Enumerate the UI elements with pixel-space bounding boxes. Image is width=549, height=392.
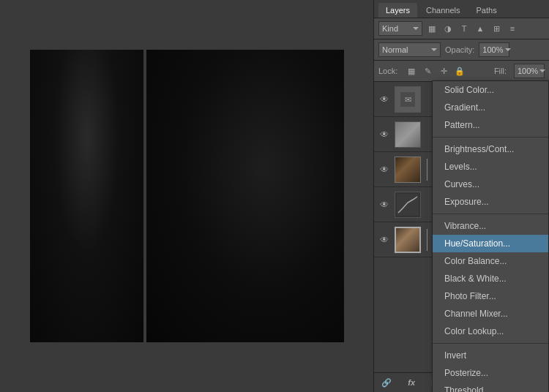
opacity-chevron-icon <box>505 48 511 51</box>
fx-icon[interactable]: fx <box>405 376 418 389</box>
adjustment-dropdown-menu: Solid Color... Gradient... Pattern... Br… <box>432 80 549 392</box>
svg-text:✉: ✉ <box>405 95 411 104</box>
adjust-icon[interactable]: ◑ <box>441 22 455 35</box>
layer-thumbnail <box>395 121 421 148</box>
smart-icon[interactable]: ⊞ <box>490 22 503 35</box>
menu-divider-2 <box>433 214 548 214</box>
tab-channels[interactable]: Channels <box>419 3 467 18</box>
link-icon[interactable]: 🔗 <box>380 376 393 389</box>
lock-pixels-icon[interactable]: ✎ <box>421 64 434 78</box>
shape-icon[interactable]: ▲ <box>474 22 487 35</box>
layer-thumbnail <box>395 157 421 183</box>
menu-item-photo-filter[interactable]: Photo Filter... <box>433 287 548 305</box>
tab-layers[interactable]: Layers <box>378 3 417 18</box>
blend-mode-label: Normal <box>382 45 408 54</box>
canvas-image-left <box>30 50 143 342</box>
menu-item-levels[interactable]: Levels... <box>433 158 548 176</box>
eye-icon[interactable]: 👁 <box>378 164 390 176</box>
menu-item-color-balance[interactable]: Color Balance... <box>433 252 548 270</box>
fill-chevron-icon <box>539 69 545 72</box>
menu-item-curves[interactable]: Curves... <box>433 176 548 193</box>
panel-controls-row: Kind ▦ ◑ T ▲ ⊞ ≡ <box>374 18 549 39</box>
menu-divider-1 <box>433 137 548 137</box>
menu-divider-3 <box>433 343 548 344</box>
kind-label: Kind <box>382 24 398 33</box>
menu-item-invert[interactable]: Invert <box>433 347 548 364</box>
menu-item-gradient[interactable]: Gradient... <box>433 99 548 116</box>
lock-label: Lock: <box>378 67 397 75</box>
eye-icon[interactable]: 👁 <box>378 129 390 140</box>
eye-icon[interactable]: 👁 <box>378 94 390 105</box>
canvas-area <box>0 0 373 392</box>
lock-icons: ▦ ✎ ✛ 🔒 <box>405 64 487 78</box>
menu-item-threshold[interactable]: Threshold... <box>433 382 548 392</box>
opacity-value-text: 100% <box>482 45 503 54</box>
menu-item-vibrance[interactable]: Vibrance... <box>433 217 548 235</box>
type-icon[interactable]: T <box>458 22 471 35</box>
adjustment-thumb-icon: ✉ <box>399 91 417 108</box>
canvas-wrapper <box>15 35 359 357</box>
menu-item-pattern[interactable]: Pattern... <box>433 116 548 134</box>
fill-input[interactable]: 100% <box>514 64 545 78</box>
menu-item-hue-saturation[interactable]: Hue/Saturation... <box>433 235 548 252</box>
fill-value-text: 100% <box>518 67 538 75</box>
svg-rect-2 <box>397 194 419 216</box>
opacity-input[interactable]: 100% <box>479 42 509 57</box>
layer-thumbnail: ✉ <box>395 86 421 113</box>
pixel-filter-icon[interactable]: ▦ <box>425 22 438 35</box>
kind-dropdown[interactable]: Kind <box>378 21 422 36</box>
panel-tabs: Layers Channels Paths <box>374 0 549 18</box>
menu-item-channel-mixer[interactable]: Channel Mixer... <box>433 305 548 323</box>
tab-paths[interactable]: Paths <box>469 3 504 18</box>
kind-chevron-icon <box>413 27 419 30</box>
menu-item-solid-color[interactable]: Solid Color... <box>433 81 548 99</box>
lock-row: Lock: ▦ ✎ ✛ 🔒 Fill: 100% <box>374 61 549 82</box>
blend-chevron-icon <box>431 48 437 51</box>
lock-position-icon[interactable]: ✛ <box>437 64 450 78</box>
lock-transparent-icon[interactable]: ▦ <box>405 64 418 78</box>
canvas-image-main <box>146 50 344 342</box>
layer-thumbnail <box>395 192 421 218</box>
menu-item-brightness[interactable]: Brightness/Cont... <box>433 140 548 158</box>
menu-item-black-white[interactable]: Black & White... <box>433 270 548 287</box>
layer-thumbnail <box>395 227 421 253</box>
more-icon[interactable]: ≡ <box>506 22 519 35</box>
layer-chain-icon <box>427 229 427 251</box>
blend-mode-dropdown[interactable]: Normal <box>378 42 441 57</box>
layer-chain-icon <box>427 159 427 181</box>
lock-all-icon[interactable]: 🔒 <box>453 64 466 78</box>
curves-thumb-icon <box>397 194 419 216</box>
eye-icon[interactable]: 👁 <box>378 199 390 211</box>
eye-icon[interactable]: 👁 <box>378 234 390 246</box>
menu-item-posterize[interactable]: Posterize... <box>433 364 548 382</box>
fill-label: Fill: <box>494 67 507 75</box>
menu-item-color-lookup[interactable]: Color Lookup... <box>433 323 548 340</box>
opacity-label: Opacity: <box>445 45 474 54</box>
menu-item-exposure[interactable]: Exposure... <box>433 193 548 211</box>
blend-row: Normal Opacity: 100% <box>374 39 549 61</box>
